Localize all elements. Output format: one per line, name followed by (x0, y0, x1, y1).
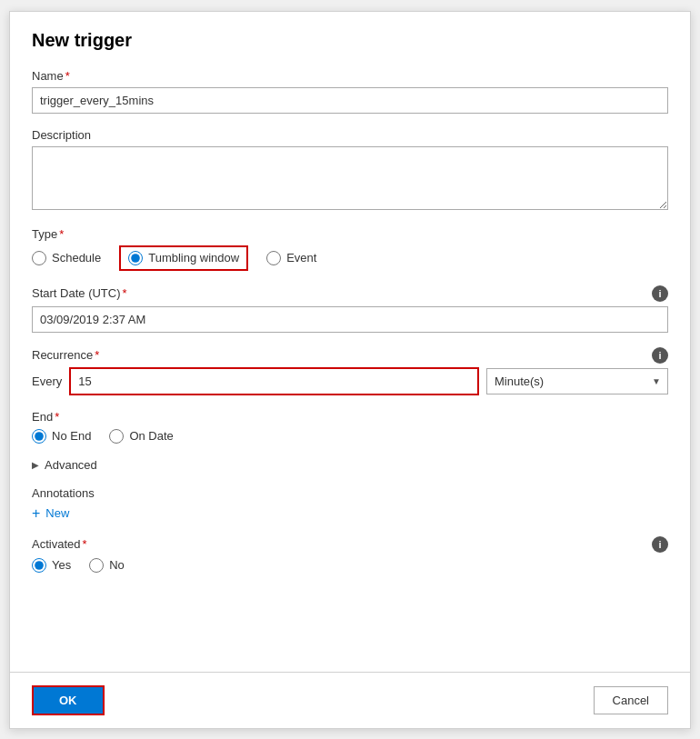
dialog-title: New trigger (32, 30, 668, 51)
type-event-label: Event (286, 251, 316, 265)
start-date-label-row: Start Date (UTC)* i (32, 285, 668, 302)
recurrence-label-row: Recurrence* i (32, 347, 668, 364)
type-group: Type* Schedule Tumbling window (32, 227, 668, 271)
activated-section: Activated* i Yes No (32, 536, 668, 573)
type-tumbling-label: Tumbling window (148, 251, 239, 265)
activated-yes-radio[interactable] (32, 558, 46, 573)
type-tumbling-option[interactable]: Tumbling window (128, 251, 239, 265)
start-date-required: * (123, 286, 127, 300)
activated-yes-label: Yes (52, 558, 71, 572)
new-trigger-dialog: New trigger Name* Description Type* Sche… (9, 11, 691, 729)
start-date-info-icon[interactable]: i (652, 285, 668, 302)
activated-label: Activated* (32, 537, 87, 551)
type-label: Type* (32, 227, 668, 241)
activated-no-label: No (109, 558, 125, 572)
description-group: Description (32, 128, 668, 213)
recurrence-unit-select[interactable]: Minute(s) Hour(s) Day(s) Week(s) Month(s… (486, 368, 668, 394)
type-schedule-radio[interactable] (32, 251, 46, 265)
type-options-row: Schedule Tumbling window Event (32, 245, 668, 271)
recurrence-required: * (95, 348, 99, 362)
end-required: * (55, 410, 59, 424)
activated-required: * (82, 537, 86, 551)
every-label: Every (32, 374, 62, 388)
name-input[interactable] (32, 87, 668, 114)
dialog-footer: OK Cancel (10, 672, 690, 728)
advanced-label: Advanced (45, 458, 97, 472)
recurrence-info-icon[interactable]: i (652, 347, 668, 364)
type-tumbling-radio[interactable] (128, 251, 143, 265)
dialog-body: New trigger Name* Description Type* Sche… (10, 12, 690, 672)
end-no-end-label: No End (52, 429, 91, 443)
activated-yes-option[interactable]: Yes (32, 558, 71, 573)
start-date-input[interactable] (32, 306, 668, 333)
recurrence-label: Recurrence* (32, 348, 99, 362)
description-input[interactable] (32, 146, 668, 210)
type-schedule-label: Schedule (52, 251, 101, 265)
end-label: End* (32, 410, 668, 424)
recurrence-input-wrapper (69, 367, 479, 395)
activated-info-icon[interactable]: i (652, 536, 668, 553)
recurrence-row: Every Minute(s) Hour(s) Day(s) Week(s) M… (32, 367, 668, 395)
advanced-chevron-icon: ▶ (32, 460, 39, 470)
end-no-end-radio[interactable] (32, 429, 46, 444)
name-label: Name* (32, 69, 668, 83)
new-annotation-button[interactable]: + New (32, 505, 69, 522)
recurrence-value-input[interactable] (71, 369, 477, 394)
end-group: End* No End On Date (32, 410, 668, 444)
type-schedule-option[interactable]: Schedule (32, 251, 101, 265)
name-required: * (65, 69, 70, 83)
end-options-row: No End On Date (32, 429, 668, 444)
recurrence-unit-wrapper: Minute(s) Hour(s) Day(s) Week(s) Month(s… (486, 368, 668, 394)
type-required: * (59, 227, 64, 241)
start-date-label: Start Date (UTC)* (32, 286, 127, 300)
new-annotation-label: New (45, 506, 69, 520)
activated-label-row: Activated* i (32, 536, 668, 553)
type-event-radio[interactable] (266, 251, 281, 265)
activated-no-radio[interactable] (89, 558, 104, 573)
end-on-date-option[interactable]: On Date (109, 429, 173, 444)
type-event-option[interactable]: Event (266, 251, 316, 265)
annotations-section: Annotations + New (32, 486, 668, 522)
plus-icon: + (32, 505, 40, 522)
ok-button[interactable]: OK (32, 685, 105, 715)
description-label: Description (32, 128, 668, 142)
activated-no-option[interactable]: No (89, 558, 125, 573)
type-tumbling-box: Tumbling window (119, 245, 248, 271)
end-no-end-option[interactable]: No End (32, 429, 91, 444)
advanced-row[interactable]: ▶ Advanced (32, 458, 668, 472)
end-on-date-label: On Date (129, 429, 173, 443)
annotations-label: Annotations (32, 486, 668, 500)
cancel-button[interactable]: Cancel (594, 686, 668, 714)
activated-options-row: Yes No (32, 558, 668, 573)
recurrence-group: Recurrence* i Every Minute(s) Hour(s) Da… (32, 347, 668, 395)
end-on-date-radio[interactable] (109, 429, 124, 444)
name-group: Name* (32, 69, 668, 114)
start-date-group: Start Date (UTC)* i (32, 285, 668, 333)
